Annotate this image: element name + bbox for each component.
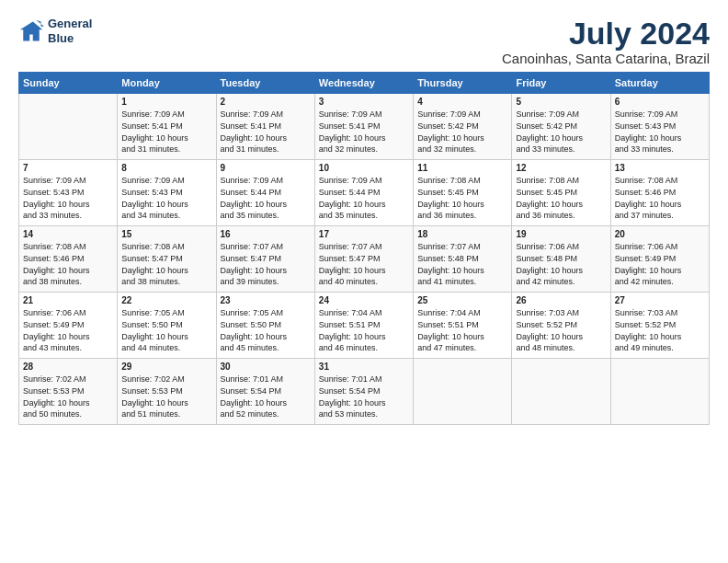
cell-text: Daylight: 10 hours: [23, 265, 113, 277]
cell-text: Daylight: 10 hours: [417, 331, 507, 343]
calendar-cell: 27Sunrise: 7:03 AMSunset: 5:52 PMDayligh…: [610, 293, 709, 359]
cell-text: Daylight: 10 hours: [121, 199, 211, 211]
cell-text: and 31 minutes.: [121, 144, 211, 155]
week-row-2: 14Sunrise: 7:08 AMSunset: 5:46 PMDayligh…: [19, 226, 710, 293]
day-number: 17: [319, 229, 409, 239]
cell-text: Sunrise: 7:08 AM: [615, 175, 705, 187]
cell-text: and 33 minutes.: [516, 144, 606, 155]
col-header-sunday: Sunday: [19, 73, 118, 94]
cell-text: Sunrise: 7:08 AM: [121, 241, 211, 253]
calendar-cell: 30Sunrise: 7:01 AMSunset: 5:54 PMDayligh…: [216, 359, 314, 425]
cell-text: and 32 minutes.: [417, 144, 507, 155]
cell-text: Sunset: 5:49 PM: [23, 319, 113, 331]
cell-text: and 33 minutes.: [615, 144, 705, 155]
cell-text: Daylight: 10 hours: [221, 397, 311, 409]
cell-text: Sunset: 5:54 PM: [221, 385, 311, 397]
cell-text: and 42 minutes.: [516, 276, 606, 288]
day-number: 6: [615, 97, 705, 107]
calendar-cell: 24Sunrise: 7:04 AMSunset: 5:51 PMDayligh…: [314, 293, 413, 359]
cell-text: Daylight: 10 hours: [319, 397, 409, 409]
day-number: 25: [417, 295, 507, 305]
cell-text: Sunrise: 7:09 AM: [417, 109, 507, 121]
cell-text: Sunrise: 7:09 AM: [516, 109, 606, 121]
cell-text: and 37 minutes.: [615, 210, 705, 222]
cell-text: and 42 minutes.: [615, 276, 705, 288]
cell-text: Sunset: 5:41 PM: [121, 121, 211, 132]
cell-text: Sunset: 5:43 PM: [121, 187, 211, 199]
cell-text: Sunrise: 7:07 AM: [417, 241, 507, 253]
cell-text: Sunset: 5:42 PM: [516, 121, 606, 132]
cell-text: and 40 minutes.: [319, 276, 409, 288]
calendar-cell: 11Sunrise: 7:08 AMSunset: 5:45 PMDayligh…: [414, 160, 512, 226]
calendar-cell: 18Sunrise: 7:07 AMSunset: 5:48 PMDayligh…: [414, 226, 512, 293]
day-number: 2: [221, 97, 311, 107]
cell-text: Sunrise: 7:09 AM: [221, 109, 311, 121]
cell-text: and 38 minutes.: [121, 276, 211, 288]
day-number: 12: [516, 163, 606, 173]
cell-text: and 51 minutes.: [121, 408, 211, 420]
cell-text: Sunset: 5:45 PM: [417, 187, 507, 199]
calendar-cell: 13Sunrise: 7:08 AMSunset: 5:46 PMDayligh…: [610, 160, 709, 226]
cell-text: Daylight: 10 hours: [417, 199, 507, 211]
day-number: 16: [221, 229, 311, 239]
col-header-wednesday: Wednesday: [314, 73, 413, 94]
calendar-cell: 21Sunrise: 7:06 AMSunset: 5:49 PMDayligh…: [19, 293, 118, 359]
cell-text: Sunrise: 7:09 AM: [615, 109, 705, 121]
cell-text: Sunrise: 7:09 AM: [121, 109, 211, 121]
calendar-cell: 31Sunrise: 7:01 AMSunset: 5:54 PMDayligh…: [314, 359, 413, 425]
cell-text: Sunrise: 7:01 AM: [319, 373, 409, 385]
cell-text: Sunset: 5:50 PM: [121, 319, 211, 331]
cell-text: Sunrise: 7:09 AM: [221, 175, 311, 187]
cell-text: Daylight: 10 hours: [516, 132, 606, 144]
day-number: 28: [23, 362, 113, 372]
cell-text: and 39 minutes.: [221, 276, 311, 288]
cell-text: and 53 minutes.: [319, 408, 409, 420]
calendar-cell: 28Sunrise: 7:02 AMSunset: 5:53 PMDayligh…: [19, 359, 118, 425]
calendar-cell: 12Sunrise: 7:08 AMSunset: 5:45 PMDayligh…: [512, 160, 610, 226]
cell-text: Sunset: 5:48 PM: [516, 253, 606, 265]
logo: General Blue: [18, 17, 92, 45]
day-number: 19: [516, 229, 606, 239]
day-number: 30: [221, 362, 311, 372]
calendar-cell: 22Sunrise: 7:05 AMSunset: 5:50 PMDayligh…: [118, 293, 216, 359]
calendar-cell: 16Sunrise: 7:07 AMSunset: 5:47 PMDayligh…: [216, 226, 314, 293]
cell-text: Sunrise: 7:04 AM: [319, 307, 409, 319]
cell-text: Sunrise: 7:07 AM: [319, 241, 409, 253]
day-number: 14: [23, 229, 113, 239]
calendar-cell: 10Sunrise: 7:09 AMSunset: 5:44 PMDayligh…: [314, 160, 413, 226]
cell-text: and 32 minutes.: [319, 144, 409, 155]
cell-text: and 48 minutes.: [516, 342, 606, 354]
calendar-cell: 19Sunrise: 7:06 AMSunset: 5:48 PMDayligh…: [512, 226, 610, 293]
cell-text: Daylight: 10 hours: [319, 132, 409, 144]
day-number: 11: [417, 163, 507, 173]
cell-text: Daylight: 10 hours: [615, 265, 705, 277]
day-number: 26: [516, 295, 606, 305]
header-row: SundayMondayTuesdayWednesdayThursdayFrid…: [19, 73, 710, 94]
cell-text: Sunset: 5:46 PM: [615, 187, 705, 199]
calendar-cell: 17Sunrise: 7:07 AMSunset: 5:47 PMDayligh…: [314, 226, 413, 293]
cell-text: Daylight: 10 hours: [221, 265, 311, 277]
calendar-cell: 9Sunrise: 7:09 AMSunset: 5:44 PMDaylight…: [216, 160, 314, 226]
cell-text: Sunrise: 7:09 AM: [121, 175, 211, 187]
cell-text: Sunset: 5:43 PM: [23, 187, 113, 199]
cell-text: Sunrise: 7:02 AM: [23, 373, 113, 385]
cell-text: Sunrise: 7:05 AM: [221, 307, 311, 319]
cell-text: and 36 minutes.: [516, 210, 606, 222]
calendar-cell: 25Sunrise: 7:04 AMSunset: 5:51 PMDayligh…: [414, 293, 512, 359]
calendar-cell: 6Sunrise: 7:09 AMSunset: 5:43 PMDaylight…: [610, 94, 709, 160]
day-number: 7: [23, 163, 113, 173]
cell-text: Daylight: 10 hours: [516, 265, 606, 277]
calendar-cell: 1Sunrise: 7:09 AMSunset: 5:41 PMDaylight…: [118, 94, 216, 160]
cell-text: Sunset: 5:47 PM: [221, 253, 311, 265]
cell-text: Daylight: 10 hours: [23, 331, 113, 343]
week-row-1: 7Sunrise: 7:09 AMSunset: 5:43 PMDaylight…: [19, 160, 710, 226]
cell-text: Sunrise: 7:01 AM: [221, 373, 311, 385]
cell-text: Sunrise: 7:07 AM: [221, 241, 311, 253]
cell-text: and 34 minutes.: [121, 210, 211, 222]
day-number: 5: [516, 97, 606, 107]
cell-text: Daylight: 10 hours: [319, 199, 409, 211]
cell-text: and 49 minutes.: [615, 342, 705, 354]
cell-text: Sunset: 5:45 PM: [516, 187, 606, 199]
cell-text: and 46 minutes.: [319, 342, 409, 354]
cell-text: Daylight: 10 hours: [121, 397, 211, 409]
